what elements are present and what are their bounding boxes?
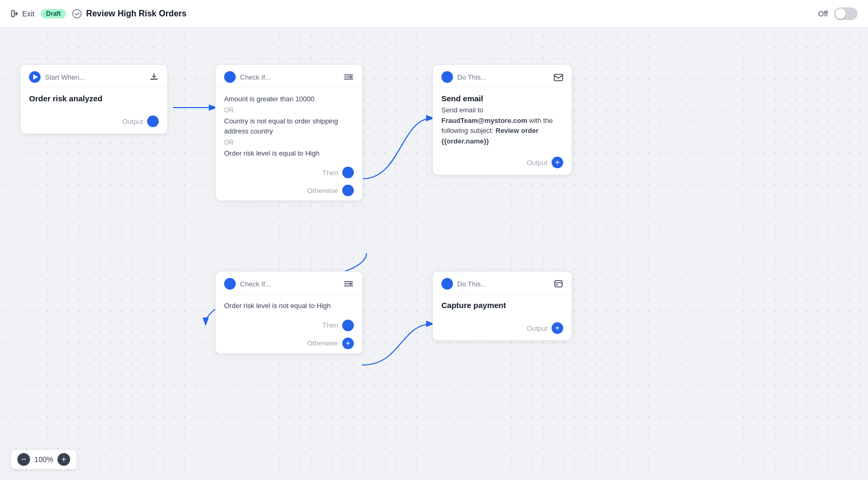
do2-output-plus[interactable]: +	[552, 322, 563, 334]
zoom-in-button[interactable]: +	[57, 453, 70, 466]
do1-dot	[441, 71, 453, 83]
check1-or2: OR	[224, 139, 354, 146]
start-node-body: Order risk analyzed	[21, 88, 167, 111]
check1-or1: OR	[224, 107, 354, 114]
start-node-title: Order risk analyzed	[29, 94, 159, 103]
capture-icon[interactable]	[554, 279, 563, 289]
check2-then-row: Then	[216, 318, 362, 335]
toggle-label: Off	[818, 9, 828, 18]
check2-node: Check If... Order risk level is not equa…	[215, 271, 363, 354]
start-type-label: Start When...	[45, 73, 85, 81]
check1-dot	[224, 71, 236, 83]
zoom-out-button[interactable]: −	[17, 453, 30, 466]
zoom-controls: − 100% +	[11, 449, 77, 469]
start-node-footer: Output	[21, 111, 167, 133]
check1-type-label: Check If...	[240, 73, 271, 81]
check1-otherwise-label: Otherwise	[307, 187, 338, 195]
check1-condition3: Order risk level is equal to High	[224, 148, 354, 159]
check2-then-dot[interactable]	[342, 320, 354, 331]
do1-footer: Output +	[433, 152, 572, 175]
check2-otherwise-label: Otherwise	[307, 339, 338, 347]
svg-rect-10	[554, 74, 563, 81]
exit-icon	[11, 9, 19, 18]
check2-header: Check If...	[216, 272, 362, 294]
svg-rect-16	[555, 281, 562, 287]
check2-then-label: Then	[322, 321, 338, 329]
do1-description: Send email to FraudTeam@mystore.com with…	[441, 105, 563, 146]
svg-point-2	[73, 9, 81, 18]
check2-type-label: Check If...	[240, 280, 271, 288]
check2-condition: Order risk level is not equal to High	[224, 301, 354, 311]
top-bar: Exit Draft Review High Risk Orders Off	[0, 0, 868, 27]
download-icon[interactable]	[149, 72, 159, 82]
start-play-icon	[29, 71, 41, 83]
canvas: Start When... Order risk analyzed Output…	[0, 27, 868, 480]
filter2-icon[interactable]	[343, 280, 354, 288]
check1-then-dot[interactable]	[342, 167, 354, 178]
do2-header: Do This...	[433, 272, 572, 294]
do2-type-label: Do This...	[457, 280, 486, 288]
exit-button[interactable]: Exit	[11, 9, 34, 18]
do1-title: Send email	[441, 94, 563, 103]
start-node-header: Start When...	[21, 65, 167, 88]
do2-output-label: Output	[527, 324, 547, 332]
svg-rect-3	[150, 79, 158, 80]
toggle-switch[interactable]	[834, 7, 857, 20]
zoom-level: 100%	[34, 455, 53, 464]
do1-output-label: Output	[527, 159, 547, 167]
draft-badge: Draft	[41, 9, 66, 18]
check1-body: Amount is greater than 10000 OR Country …	[216, 88, 362, 165]
start-output-label: Output	[122, 118, 143, 126]
check1-node: Check If... Amount is greater than 10000…	[215, 64, 363, 201]
check-circle-icon	[72, 9, 82, 18]
do1-output-plus[interactable]: +	[552, 157, 563, 168]
check2-body: Order risk level is not equal to High	[216, 294, 362, 318]
do1-header: Do This...	[433, 65, 572, 88]
do2-title: Capture payment	[441, 301, 563, 310]
email-icon[interactable]	[554, 72, 563, 82]
do1-email: FraudTeam@mystore.com	[441, 117, 527, 124]
check2-otherwise-row: Otherwise +	[216, 335, 362, 353]
check2-otherwise-plus[interactable]: +	[342, 338, 354, 349]
exit-label: Exit	[22, 9, 34, 18]
page-title: Review High Risk Orders	[72, 9, 186, 18]
svg-rect-17	[556, 284, 558, 285]
do2-dot	[441, 278, 453, 290]
check1-condition1: Amount is greater than 10000	[224, 94, 354, 104]
do1-node: Do This... Send email Send email to Frau…	[432, 64, 572, 175]
check1-otherwise-dot[interactable]	[342, 185, 354, 196]
check1-then-label: Then	[322, 169, 338, 177]
do2-body: Capture payment	[433, 294, 572, 318]
check1-header: Check If...	[216, 65, 362, 88]
start-node: Start When... Order risk analyzed Output	[20, 64, 168, 134]
do1-type-label: Do This...	[457, 73, 486, 81]
do2-footer: Output +	[433, 318, 572, 340]
start-output-dot[interactable]	[147, 116, 159, 127]
filter-icon[interactable]	[343, 73, 354, 81]
check1-condition2: Country is not equal to order shipping a…	[224, 116, 354, 137]
check1-then-row: Then	[216, 165, 362, 183]
do1-body: Send email Send email to FraudTeam@mysto…	[433, 88, 572, 152]
do2-node: Do This... Capture payment Output +	[432, 271, 572, 341]
check1-otherwise-row: Otherwise	[216, 183, 362, 200]
check2-dot	[224, 278, 236, 290]
